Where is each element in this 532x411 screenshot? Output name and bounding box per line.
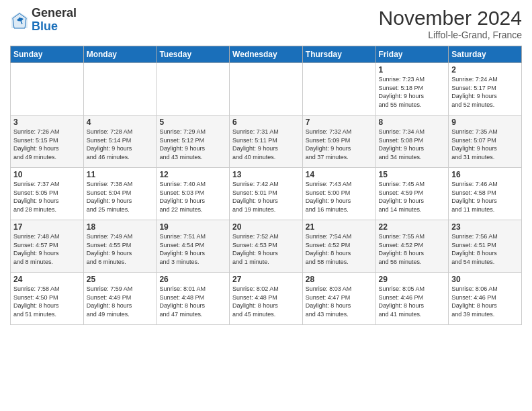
logo: General Blue — [10, 7, 77, 34]
day-info: Sunrise: 8:05 AM Sunset: 4:46 PM Dayligh… — [379, 285, 446, 318]
day-info: Sunrise: 7:48 AM Sunset: 4:57 PM Dayligh… — [13, 232, 81, 266]
day-number: 6 — [232, 118, 300, 127]
table-cell: 6Sunrise: 7:31 AM Sunset: 5:11 PM Daylig… — [230, 116, 303, 168]
day-number: 1 — [379, 65, 446, 75]
table-cell: 18Sunrise: 7:49 AM Sunset: 4:55 PM Dayli… — [83, 220, 157, 273]
day-info: Sunrise: 7:35 AM Sunset: 5:07 PM Dayligh… — [451, 128, 519, 161]
day-number: 11 — [87, 170, 154, 179]
day-number: 21 — [306, 222, 373, 232]
day-number: 10 — [13, 170, 81, 179]
calendar-row: 10Sunrise: 7:37 AM Sunset: 5:05 PM Dayli… — [11, 168, 522, 220]
table-cell: 23Sunrise: 7:56 AM Sunset: 4:51 PM Dayli… — [449, 220, 522, 273]
table-cell: 10Sunrise: 7:37 AM Sunset: 5:05 PM Dayli… — [11, 168, 84, 220]
day-number: 28 — [306, 275, 373, 284]
table-cell: 24Sunrise: 7:58 AM Sunset: 4:50 PM Dayli… — [11, 273, 84, 325]
day-info: Sunrise: 7:37 AM Sunset: 5:05 PM Dayligh… — [13, 180, 81, 214]
day-number: 27 — [232, 275, 300, 284]
table-cell: 13Sunrise: 7:42 AM Sunset: 5:01 PM Dayli… — [230, 168, 303, 220]
page: General Blue November 2024 Liffol-le-Gra… — [0, 0, 532, 411]
day-number: 3 — [13, 118, 81, 127]
col-saturday: Saturday — [449, 46, 522, 63]
day-info: Sunrise: 7:56 AM Sunset: 4:51 PM Dayligh… — [451, 232, 519, 266]
month-title: November 2024 — [379, 7, 522, 30]
location: Liffol-le-Grand, France — [379, 30, 522, 40]
table-cell: 28Sunrise: 8:03 AM Sunset: 4:47 PM Dayli… — [302, 273, 375, 325]
table-cell — [230, 63, 303, 116]
day-number: 9 — [451, 118, 519, 127]
table-cell: 22Sunrise: 7:55 AM Sunset: 4:52 PM Dayli… — [375, 220, 449, 273]
col-wednesday: Wednesday — [230, 46, 303, 63]
table-cell: 7Sunrise: 7:32 AM Sunset: 5:09 PM Daylig… — [302, 116, 375, 168]
table-cell: 15Sunrise: 7:45 AM Sunset: 4:59 PM Dayli… — [375, 168, 449, 220]
day-number: 18 — [87, 222, 154, 232]
day-number: 12 — [159, 170, 226, 179]
day-info: Sunrise: 7:51 AM Sunset: 4:54 PM Dayligh… — [159, 232, 226, 266]
day-number: 26 — [159, 275, 226, 284]
table-cell: 5Sunrise: 7:29 AM Sunset: 5:12 PM Daylig… — [157, 116, 230, 168]
day-info: Sunrise: 7:38 AM Sunset: 5:04 PM Dayligh… — [87, 180, 154, 214]
day-number: 7 — [306, 118, 373, 127]
table-cell: 1Sunrise: 7:23 AM Sunset: 5:18 PM Daylig… — [375, 63, 449, 116]
col-thursday: Thursday — [302, 46, 375, 63]
day-number: 25 — [87, 275, 154, 284]
day-number: 2 — [451, 65, 519, 75]
day-info: Sunrise: 8:03 AM Sunset: 4:47 PM Dayligh… — [306, 285, 373, 318]
col-tuesday: Tuesday — [157, 46, 230, 63]
table-cell: 8Sunrise: 7:34 AM Sunset: 5:08 PM Daylig… — [375, 116, 449, 168]
day-info: Sunrise: 7:43 AM Sunset: 5:00 PM Dayligh… — [306, 180, 373, 214]
table-cell: 9Sunrise: 7:35 AM Sunset: 5:07 PM Daylig… — [449, 116, 522, 168]
table-cell — [11, 63, 84, 116]
header: General Blue November 2024 Liffol-le-Gra… — [10, 7, 522, 40]
day-info: Sunrise: 7:40 AM Sunset: 5:03 PM Dayligh… — [159, 180, 226, 214]
table-cell: 21Sunrise: 7:54 AM Sunset: 4:52 PM Dayli… — [302, 220, 375, 273]
col-friday: Friday — [375, 46, 449, 63]
table-cell: 3Sunrise: 7:26 AM Sunset: 5:15 PM Daylig… — [11, 116, 84, 168]
day-info: Sunrise: 7:52 AM Sunset: 4:53 PM Dayligh… — [232, 232, 300, 266]
day-info: Sunrise: 7:59 AM Sunset: 4:49 PM Dayligh… — [87, 285, 154, 318]
calendar-row: 3Sunrise: 7:26 AM Sunset: 5:15 PM Daylig… — [11, 116, 522, 168]
day-number: 4 — [87, 118, 154, 127]
day-info: Sunrise: 7:42 AM Sunset: 5:01 PM Dayligh… — [232, 180, 300, 214]
table-cell — [157, 63, 230, 116]
day-number: 22 — [379, 222, 446, 232]
table-cell: 2Sunrise: 7:24 AM Sunset: 5:17 PM Daylig… — [449, 63, 522, 116]
day-info: Sunrise: 7:55 AM Sunset: 4:52 PM Dayligh… — [379, 232, 446, 266]
day-info: Sunrise: 7:58 AM Sunset: 4:50 PM Dayligh… — [13, 285, 81, 318]
day-info: Sunrise: 7:49 AM Sunset: 4:55 PM Dayligh… — [87, 232, 154, 266]
logo-blue: Blue — [32, 19, 58, 33]
table-cell: 25Sunrise: 7:59 AM Sunset: 4:49 PM Dayli… — [83, 273, 157, 325]
day-number: 16 — [451, 170, 519, 179]
table-cell: 30Sunrise: 8:06 AM Sunset: 4:46 PM Dayli… — [449, 273, 522, 325]
calendar-row: 17Sunrise: 7:48 AM Sunset: 4:57 PM Dayli… — [11, 220, 522, 273]
day-number: 5 — [159, 118, 226, 127]
day-number: 23 — [451, 222, 519, 232]
day-info: Sunrise: 8:02 AM Sunset: 4:48 PM Dayligh… — [232, 285, 300, 318]
day-info: Sunrise: 7:32 AM Sunset: 5:09 PM Dayligh… — [306, 128, 373, 161]
day-number: 8 — [379, 118, 446, 127]
day-info: Sunrise: 7:29 AM Sunset: 5:12 PM Dayligh… — [159, 128, 226, 161]
day-info: Sunrise: 8:06 AM Sunset: 4:46 PM Dayligh… — [451, 285, 519, 318]
day-number: 20 — [232, 222, 300, 232]
day-number: 29 — [379, 275, 446, 284]
day-info: Sunrise: 7:45 AM Sunset: 4:59 PM Dayligh… — [379, 180, 446, 214]
day-info: Sunrise: 8:01 AM Sunset: 4:48 PM Dayligh… — [159, 285, 226, 318]
table-cell: 12Sunrise: 7:40 AM Sunset: 5:03 PM Dayli… — [157, 168, 230, 220]
col-sunday: Sunday — [11, 46, 84, 63]
day-info: Sunrise: 7:31 AM Sunset: 5:11 PM Dayligh… — [232, 128, 300, 161]
day-number: 13 — [232, 170, 300, 179]
table-cell: 16Sunrise: 7:46 AM Sunset: 4:58 PM Dayli… — [449, 168, 522, 220]
calendar-row: 1Sunrise: 7:23 AM Sunset: 5:18 PM Daylig… — [11, 63, 522, 116]
table-cell: 27Sunrise: 8:02 AM Sunset: 4:48 PM Dayli… — [230, 273, 303, 325]
day-number: 24 — [13, 275, 81, 284]
logo-text: General Blue — [32, 7, 77, 34]
table-cell: 20Sunrise: 7:52 AM Sunset: 4:53 PM Dayli… — [230, 220, 303, 273]
day-info: Sunrise: 7:23 AM Sunset: 5:18 PM Dayligh… — [379, 75, 446, 109]
day-number: 17 — [13, 222, 81, 232]
header-row: Sunday Monday Tuesday Wednesday Thursday… — [11, 46, 522, 63]
table-cell — [302, 63, 375, 116]
day-info: Sunrise: 7:34 AM Sunset: 5:08 PM Dayligh… — [379, 128, 446, 161]
table-cell: 14Sunrise: 7:43 AM Sunset: 5:00 PM Dayli… — [302, 168, 375, 220]
table-cell: 11Sunrise: 7:38 AM Sunset: 5:04 PM Dayli… — [83, 168, 157, 220]
logo-icon — [10, 11, 29, 30]
day-info: Sunrise: 7:54 AM Sunset: 4:52 PM Dayligh… — [306, 232, 373, 266]
